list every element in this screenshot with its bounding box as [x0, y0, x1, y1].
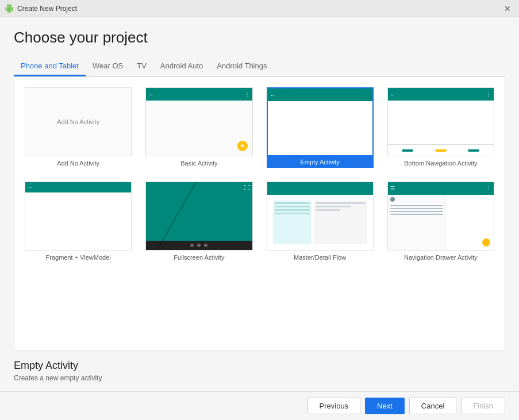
bottom-nav-mid-icon — [435, 149, 447, 152]
activity-item-fullscreen[interactable]: ⛶ Fullscreen Activity — [142, 178, 256, 265]
cancel-button[interactable]: Cancel — [409, 398, 456, 414]
create-project-dialog: Create New Project ✕ Choose your project… — [0, 0, 519, 420]
selected-activity-description: Creates a new empty activity — [14, 374, 505, 382]
tab-phone-tablet[interactable]: Phone and Tablet — [14, 57, 86, 76]
no-activity-label: Add No Activity — [57, 159, 99, 168]
tab-wear-os[interactable]: Wear OS — [86, 57, 130, 76]
android-logo-icon — [5, 4, 14, 13]
close-button[interactable]: ✕ — [501, 3, 514, 14]
bottom-section: Empty Activity Creates a new empty activ… — [0, 350, 519, 391]
page-title: Choose your project — [14, 29, 505, 47]
main-content: Choose your project Phone and Tablet Wea… — [0, 17, 519, 350]
basic-activity-label: Basic Activity — [180, 159, 217, 168]
nav-drawer-dots-icon: ⋮ — [486, 186, 491, 191]
nav-drawer-menu-icon: ☰ — [390, 186, 395, 191]
dialog-footer: Previous Next Cancel Finish — [0, 391, 519, 420]
bottom-nav-right-icon — [468, 149, 479, 152]
bottom-nav-label: Bottom Navigation Activity — [404, 159, 477, 168]
fragment-preview: ← — [25, 182, 132, 251]
nav-drawer-label: Navigation Drawer Activity — [404, 253, 478, 262]
tabs-container: Phone and Tablet Wear OS TV Android Auto… — [14, 57, 505, 76]
basic-fab-icon: + — [237, 141, 248, 151]
fullscreen-preview: ⛶ — [145, 182, 252, 251]
activity-item-no-activity[interactable]: Add No Activity Add No Activity — [21, 84, 135, 171]
activity-item-fragment[interactable]: ← Fragment + ViewModel — [21, 178, 135, 265]
next-button[interactable]: Next — [365, 398, 405, 414]
title-bar: Create New Project ✕ — [0, 0, 519, 17]
bottom-nav-menu-icon: ⋮ — [486, 91, 491, 98]
empty-back-icon: ← — [270, 92, 276, 98]
no-activity-preview: Add No Activity — [25, 87, 132, 156]
bottom-nav-back-icon: ← — [390, 91, 396, 98]
nav-drawer-fab — [482, 238, 490, 246]
title-bar-left: Create New Project — [5, 4, 77, 13]
fragment-label: Fragment + ViewModel — [46, 253, 111, 262]
previous-button[interactable]: Previous — [307, 398, 361, 414]
tab-android-auto[interactable]: Android Auto — [153, 57, 210, 76]
tab-tv[interactable]: TV — [130, 57, 153, 76]
master-detail-preview — [267, 182, 374, 251]
basic-menu-icon: ⋮ — [244, 91, 250, 98]
activity-item-nav-drawer[interactable]: ☰ ⋮ — [384, 178, 498, 265]
activity-item-bottom-nav[interactable]: ← ⋮ Bottom Nav — [384, 84, 498, 171]
empty-activity-label: Empty Activity — [267, 156, 374, 168]
nav-drawer-dot — [390, 197, 395, 202]
activity-item-master-detail[interactable]: Master/Detail Flow — [263, 178, 377, 265]
finish-button[interactable]: Finish — [461, 398, 505, 414]
master-detail-label: Master/Detail Flow — [294, 253, 346, 262]
activity-grid: Add No Activity Add No Activity ← ⋮ — [21, 84, 498, 265]
activity-grid-container: Add No Activity Add No Activity ← ⋮ — [14, 76, 505, 350]
title-bar-text: Create New Project — [17, 5, 77, 13]
bottom-nav-active-icon — [402, 149, 413, 152]
activity-item-empty[interactable]: ← Empty Activity — [263, 84, 377, 171]
tab-android-things[interactable]: Android Things — [210, 57, 274, 76]
no-activity-text: Add No Activity — [52, 114, 104, 130]
empty-activity-preview: ← — [267, 87, 374, 156]
selected-activity-title: Empty Activity — [14, 360, 505, 372]
nav-drawer-preview: ☰ ⋮ — [387, 182, 494, 251]
basic-activity-preview: ← ⋮ + — [145, 87, 252, 156]
basic-back-icon: ← — [148, 91, 154, 98]
activity-item-basic[interactable]: ← ⋮ + Basic Activity — [142, 84, 256, 171]
fullscreen-expand-icon: ⛶ — [244, 184, 250, 191]
fragment-back-icon: ← — [28, 184, 33, 190]
bottom-nav-preview: ← ⋮ — [387, 87, 494, 156]
fullscreen-label: Fullscreen Activity — [174, 253, 224, 262]
